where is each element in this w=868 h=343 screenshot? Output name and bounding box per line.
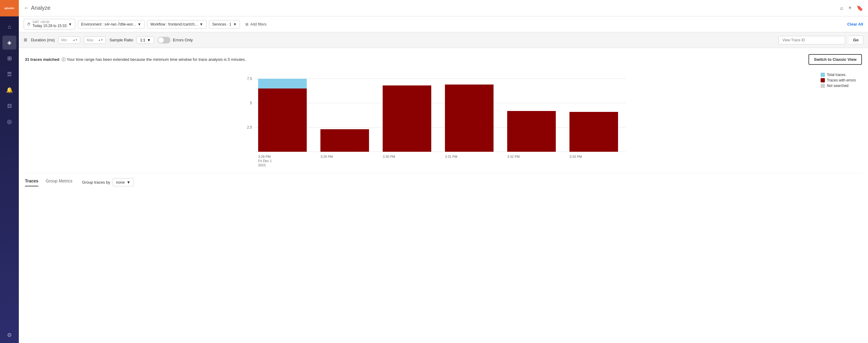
filter-lines-icon[interactable]: ≡ <box>24 36 27 44</box>
bar-2-errors <box>320 129 369 152</box>
svg-text:Fri Dec 1: Fri Dec 1 <box>258 159 272 163</box>
svg-text:3:29 PM: 3:29 PM <box>320 155 333 159</box>
sample-ratio-select[interactable]: 1:1 ▼ <box>137 36 154 44</box>
search-icon[interactable]: ⌕ <box>840 5 843 11</box>
sample-chevron-icon: ▼ <box>147 38 151 42</box>
add-icon[interactable]: + <box>848 5 851 11</box>
time-range-filter[interactable]: ⏱ GMT +00:00 Today 15:28 to 15:33 ▼ <box>24 19 75 29</box>
bar-6-errors <box>569 112 618 152</box>
tab-group-metrics[interactable]: Group Metrics <box>45 178 72 187</box>
bookmark-icon[interactable]: 🔖 <box>857 5 863 11</box>
clock-icon: ⏱ <box>27 22 31 26</box>
app-logo[interactable]: splunk> <box>0 0 19 17</box>
max-value: Max <box>87 38 94 42</box>
switch-classic-view-button[interactable]: Switch to Classic View <box>808 54 862 65</box>
sidebar-item-dashboards[interactable]: ⊟ <box>2 99 17 113</box>
legend-not-searched-color <box>820 84 825 88</box>
optionsbar: ≡ Duration (ms) Min ▲▼ Max ▲▼ Sample Rat… <box>19 32 868 48</box>
back-button[interactable]: ← Analyze <box>24 5 51 11</box>
chart-container: 7.5 5 2.5 <box>25 69 862 168</box>
workflow-chevron-icon: ▼ <box>199 22 203 26</box>
sidebar-item-synthetics[interactable]: ◎ <box>2 115 17 128</box>
time-chevron-icon: ▼ <box>68 22 72 26</box>
content-area: 31 traces matched ⓘ Your time range has … <box>19 48 868 343</box>
svg-text:3:28 PM: 3:28 PM <box>258 155 271 159</box>
workflow-label: Workflow : frontend:/cart/ch... <box>150 22 198 26</box>
min-steppers[interactable]: ▲▼ <box>73 39 78 41</box>
svg-text:3:33 PM: 3:33 PM <box>569 155 582 159</box>
settings-icon: ⚙ <box>7 332 12 338</box>
bar-5-errors <box>507 111 556 152</box>
environment-filter[interactable]: Environment : s4r-rwc-7d9e-wor... ▼ <box>78 20 145 29</box>
add-filters-icon: ⊞ <box>245 22 248 26</box>
services-chevron-icon: ▼ <box>233 22 237 26</box>
filterbar: ⏱ GMT +00:00 Today 15:28 to 15:33 ▼ Envi… <box>19 17 868 32</box>
group-by-chevron-icon: ▼ <box>127 180 131 184</box>
sidebar-item-alerts[interactable]: 🔔 <box>2 83 17 97</box>
legend-errors: Traces with errors <box>820 78 856 82</box>
services-filter[interactable]: Services · 1 ▼ <box>209 20 240 29</box>
info-message: ⓘ Your time range has been extended beca… <box>62 57 246 62</box>
legend-not-searched-label: Not searched <box>827 84 848 88</box>
topbar: ← Analyze ⌕ + 🔖 <box>19 0 868 17</box>
legend-not-searched: Not searched <box>820 84 856 88</box>
group-by-value: none <box>116 180 125 184</box>
go-button[interactable]: Go <box>849 35 863 45</box>
group-by-select[interactable]: none ▼ <box>113 178 134 187</box>
infrastructure-icon: ⊞ <box>7 55 12 62</box>
traces-matched-count: 31 traces matched <box>25 57 59 62</box>
add-filters-button[interactable]: ⊞ Add filters <box>242 20 269 28</box>
svg-text:3:32 PM: 3:32 PM <box>507 155 520 159</box>
sample-ratio-value: 1:1 <box>140 38 145 42</box>
chart-legend: Total traces Traces with errors Not sear… <box>820 73 856 89</box>
sidebar-item-settings[interactable]: ⚙ <box>2 328 17 342</box>
bar-1-errors <box>258 88 307 152</box>
workflow-filter[interactable]: Workflow : frontend:/cart/ch... ▼ <box>147 20 207 29</box>
page-title: Analyze <box>31 5 51 11</box>
main-content: ← Analyze ⌕ + 🔖 ⏱ GMT +00:00 Today 15:28… <box>19 0 868 343</box>
dashboards-icon: ⊟ <box>7 103 12 109</box>
tab-traces-label: Traces <box>25 178 38 183</box>
add-filters-label: Add filters <box>250 22 266 26</box>
logo-text: splunk> <box>4 7 14 10</box>
gmt-label: GMT +00:00 <box>32 20 66 24</box>
sidebar-item-home[interactable]: ⌂ <box>2 20 17 34</box>
svg-text:2.5: 2.5 <box>247 125 252 130</box>
legend-total-traces: Total traces <box>820 73 856 77</box>
legend-errors-label: Traces with errors <box>827 78 856 82</box>
sidebar-item-infrastructure[interactable]: ⊞ <box>2 51 17 65</box>
svg-text:2023: 2023 <box>258 163 266 167</box>
alerts-icon: 🔔 <box>6 87 13 93</box>
sidebar: splunk> ⌂ ◈ ⊞ ☰ 🔔 ⊟ ◎ ⚙ <box>0 0 19 343</box>
group-by-wrap: Group traces by none ▼ <box>82 178 134 187</box>
errors-only-toggle[interactable] <box>158 37 170 44</box>
bar-3-errors <box>383 85 431 152</box>
sidebar-item-logs[interactable]: ☰ <box>2 67 17 81</box>
sidebar-item-apm[interactable]: ◈ <box>2 35 17 50</box>
legend-errors-color <box>820 78 825 82</box>
max-steppers[interactable]: ▲▼ <box>98 39 103 41</box>
duration-max-input[interactable]: Max ▲▼ <box>84 36 106 44</box>
services-label: Services · 1 <box>212 22 231 26</box>
group-by-label: Group traces by <box>82 180 110 184</box>
duration-label: Duration (ms) <box>31 38 55 42</box>
logs-icon: ☰ <box>7 71 12 78</box>
environment-label: Environment : s4r-rwc-7d9e-wor... <box>81 22 136 26</box>
sample-label: Sample Ratio <box>109 38 133 42</box>
topbar-actions: ⌕ + 🔖 <box>840 5 863 11</box>
environment-chevron-icon: ▼ <box>137 22 141 26</box>
tab-traces[interactable]: Traces <box>25 178 38 187</box>
traces-info-left: 31 traces matched ⓘ Your time range has … <box>25 57 246 62</box>
errors-only-toggle-wrap: Errors Only <box>158 37 193 44</box>
duration-min-input[interactable]: Min ▲▼ <box>58 36 80 44</box>
clear-all-button[interactable]: Clear All <box>847 22 863 26</box>
svg-text:5: 5 <box>250 101 252 105</box>
bar-4-errors <box>445 85 494 152</box>
min-value: Min <box>61 38 67 42</box>
svg-text:7.5: 7.5 <box>247 77 252 81</box>
errors-only-label: Errors Only <box>173 38 193 42</box>
synthetics-icon: ◎ <box>7 118 12 125</box>
home-icon: ⌂ <box>8 24 11 30</box>
trace-id-input[interactable] <box>778 36 845 45</box>
traces-info-row: 31 traces matched ⓘ Your time range has … <box>25 54 862 65</box>
